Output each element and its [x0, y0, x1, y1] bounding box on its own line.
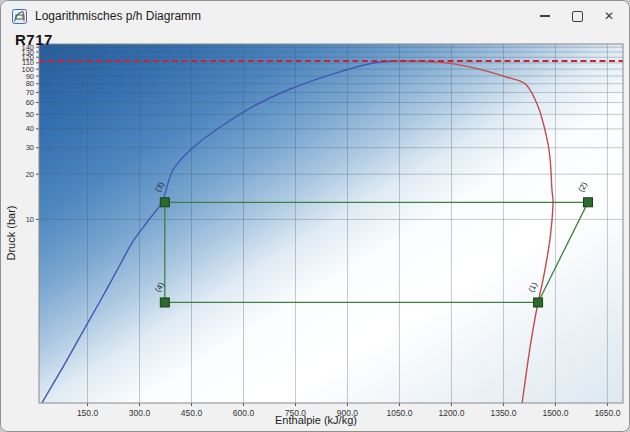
diagram-area: 150.0300.0450.0600.0750.0900.01050.01200… [1, 31, 629, 432]
minimize-button[interactable] [529, 1, 561, 31]
window-titlebar: Logarithmisches p/h Diagramm ✕ [1, 1, 629, 31]
x-axis-title: Enthalpie (kJ/kg) [1, 414, 630, 426]
maximize-button[interactable] [561, 1, 593, 31]
y-tick-label: 30 [26, 143, 34, 152]
maximize-icon [572, 11, 583, 22]
close-button[interactable]: ✕ [593, 1, 625, 31]
window: Logarithmisches p/h Diagramm ✕ [0, 0, 630, 432]
window-title: Logarithmisches p/h Diagramm [35, 9, 529, 23]
y-axis-title: Druck (bar) [5, 193, 17, 273]
y-tick-label: 50 [26, 110, 34, 119]
close-icon: ✕ [604, 10, 614, 22]
cycle-point-marker[interactable] [583, 198, 592, 207]
plot-background [39, 44, 623, 403]
minimize-icon [540, 15, 550, 16]
cycle-point-marker[interactable] [160, 198, 169, 207]
ph-diagram-plot: 150.0300.0450.0600.0750.0900.01050.01200… [1, 31, 630, 432]
cycle-point-marker[interactable] [160, 298, 169, 307]
y-tick-label: 60 [26, 98, 34, 107]
app-icon [11, 8, 27, 24]
cycle-point-marker[interactable] [534, 298, 543, 307]
y-tick-label: 70 [26, 88, 34, 97]
y-tick-label: 40 [26, 124, 34, 133]
y-tick-label: 20 [26, 170, 34, 179]
y-tick-label: 10 [26, 215, 34, 224]
window-controls: ✕ [529, 1, 625, 31]
refrigerant-label: R717 [15, 31, 53, 48]
y-tick-label: 80 [26, 79, 34, 88]
